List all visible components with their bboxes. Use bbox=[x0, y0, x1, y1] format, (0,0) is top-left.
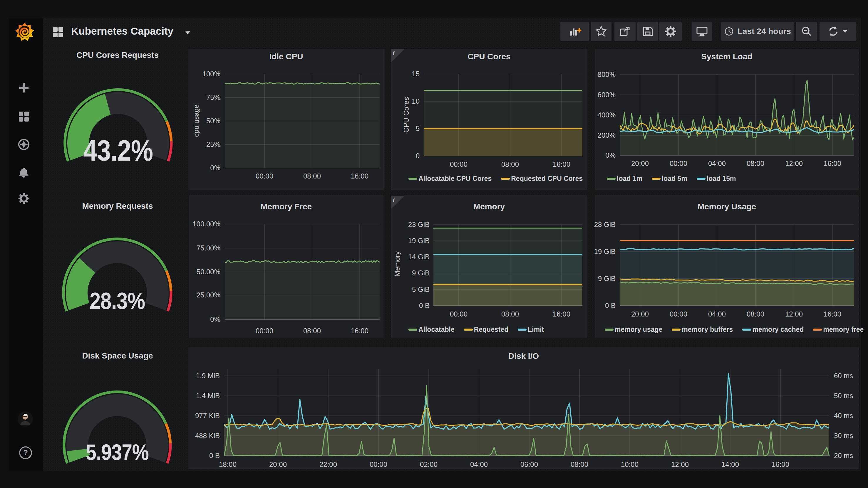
svg-text:?: ? bbox=[23, 448, 28, 457]
